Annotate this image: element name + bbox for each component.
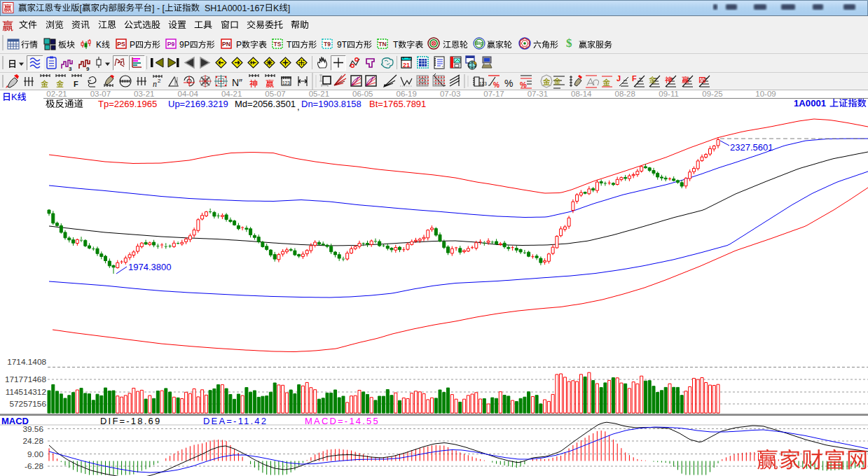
svg-text:MACD: MACD [1, 416, 29, 426]
svg-text:04-21: 04-21 [221, 90, 242, 98]
svg-text:9T: 9T [337, 40, 347, 50]
svg-text:10-09: 10-09 [755, 90, 776, 98]
svg-text:N″: N″ [232, 77, 242, 88]
svg-text:114514312: 114514312 [6, 387, 46, 397]
svg-text:Up=2169.3219: Up=2169.3219 [168, 99, 228, 109]
svg-text:Big: Big [476, 41, 483, 46]
svg-text:$: $ [566, 36, 572, 50]
svg-text:05-21: 05-21 [309, 90, 329, 98]
svg-text:%: % [520, 80, 527, 89]
svg-text:K: K [273, 4, 280, 13]
svg-text:K: K [11, 92, 18, 102]
svg-text:9P: 9P [179, 40, 190, 50]
svg-text:Tp=2269.1965: Tp=2269.1965 [98, 99, 157, 109]
svg-text:07-31: 07-31 [528, 90, 548, 98]
svg-text:02-21: 02-21 [46, 90, 67, 98]
svg-text:1A0001: 1A0001 [794, 98, 826, 108]
svg-text:Md=2056.3501: Md=2056.3501 [235, 99, 296, 109]
svg-text:DIF=-18.69: DIF=-18.69 [100, 416, 161, 426]
svg-text:03-21: 03-21 [134, 90, 154, 98]
svg-text:TN: TN [378, 41, 386, 48]
svg-text:P9: P9 [167, 41, 175, 48]
svg-text:PS: PS [117, 41, 125, 48]
svg-text:21: 21 [403, 62, 410, 69]
svg-text:%: % [493, 81, 500, 89]
svg-text:DEA=-11.42: DEA=-11.42 [203, 416, 268, 426]
svg-text:-6.28: -6.28 [25, 461, 43, 471]
svg-text:K: K [96, 40, 102, 50]
svg-text:Bt=1765.7891: Bt=1765.7891 [369, 99, 426, 109]
svg-text:08-28: 08-28 [614, 90, 635, 98]
svg-text:[: [ [80, 4, 83, 13]
svg-text:1714.1408: 1714.1408 [7, 357, 46, 367]
svg-text:171771468: 171771468 [5, 374, 46, 384]
svg-text:06-19: 06-19 [396, 90, 416, 98]
svg-text:05-07: 05-07 [265, 90, 285, 98]
svg-text:[: [ [163, 4, 165, 13]
svg-text:03-07: 03-07 [90, 90, 111, 98]
svg-text:F: F [632, 74, 637, 83]
svg-text:07-03: 07-03 [440, 90, 460, 98]
svg-text:9.00: 9.00 [27, 449, 43, 459]
svg-text:P: P [130, 40, 135, 50]
svg-text:T: T [287, 40, 292, 50]
svg-text:07-17: 07-17 [483, 90, 504, 98]
svg-text:57257156: 57257156 [10, 399, 47, 409]
svg-text:%: % [504, 78, 513, 89]
svg-text:n: n [153, 79, 157, 89]
svg-text:,: , [297, 102, 300, 112]
svg-text:P: P [236, 40, 242, 50]
svg-text:2327.5601: 2327.5601 [730, 142, 773, 153]
svg-text:1974.3800: 1974.3800 [128, 262, 171, 272]
svg-text:2: 2 [158, 78, 161, 84]
svg-text:F: F [74, 80, 78, 88]
svg-text:PN: PN [222, 41, 230, 48]
svg-text:3: 3 [69, 66, 72, 72]
svg-text:J: J [616, 74, 621, 83]
svg-text:MACD=-14.55: MACD=-14.55 [305, 416, 380, 426]
svg-text:09-11: 09-11 [659, 90, 679, 98]
svg-text:T: T [393, 40, 399, 50]
svg-text:]: ] [152, 4, 154, 13]
svg-text:Dn=1903.8158: Dn=1903.8158 [301, 99, 361, 109]
svg-text:123: 123 [282, 80, 290, 85]
svg-text:123: 123 [479, 81, 487, 86]
svg-text:9: 9 [86, 66, 90, 72]
svg-text:-: - [157, 4, 160, 13]
svg-text:24.28: 24.28 [22, 436, 43, 446]
svg-text:]: ] [288, 4, 290, 13]
svg-text:SH1A0001-167: SH1A0001-167 [205, 4, 265, 13]
svg-text:TS: TS [274, 41, 282, 48]
svg-text:09-25: 09-25 [702, 90, 722, 98]
svg-text:04-04: 04-04 [177, 90, 198, 98]
svg-text:T9: T9 [324, 41, 331, 48]
svg-text:06-05: 06-05 [352, 90, 373, 98]
svg-text:08-14: 08-14 [571, 90, 592, 98]
